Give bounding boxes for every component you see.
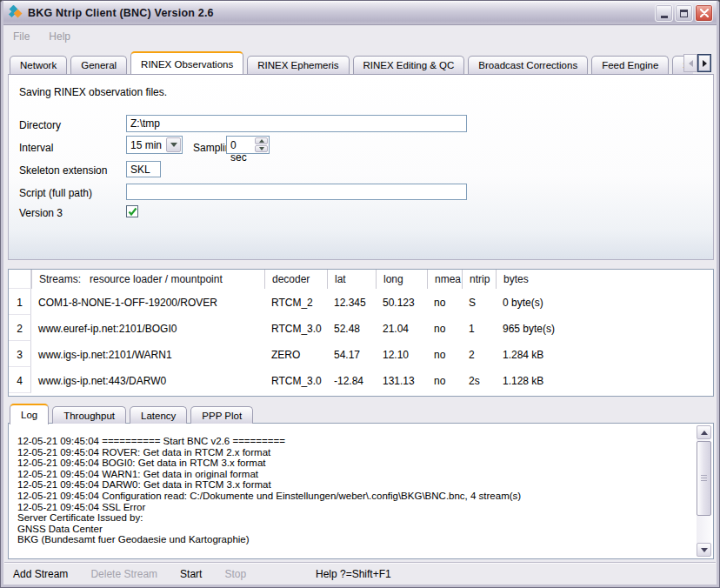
- table-row[interactable]: 1 COM1-8-NONE-1-OFF-19200/ROVER RTCM_2 1…: [9, 289, 713, 315]
- tab-feed-engine[interactable]: Feed Engine: [591, 56, 669, 74]
- menu-file[interactable]: File: [13, 30, 30, 43]
- minimize-button[interactable]: [655, 4, 673, 22]
- log-line: 12-05-21 09:45:04 BOGI0: Get data in RTC…: [17, 458, 692, 469]
- maximize-button[interactable]: [675, 4, 693, 22]
- cell-mountpoint: COM1-8-NONE-1-OFF-19200/ROVER: [31, 289, 264, 315]
- chevron-down-icon: [170, 143, 177, 147]
- tab-rinex-ephemeris[interactable]: RINEX Ephemeris: [247, 56, 349, 74]
- title-bar[interactable]: BKG Ntrip Client (BNC) Version 2.6: [2, 1, 718, 25]
- settings-tab-bar: Network General RINEX Observations RINEX…: [10, 50, 693, 74]
- cell-long: 131.13: [376, 367, 427, 393]
- cell-ntrip: S: [462, 289, 496, 315]
- interval-label: Interval: [19, 142, 53, 154]
- cell-long: 50.123: [376, 289, 427, 315]
- row-number: 2: [9, 315, 31, 341]
- skeleton-extension-label: Skeleton extension: [19, 164, 107, 177]
- help-shortcut-hint: Help ?=Shift+F1: [316, 568, 391, 580]
- row-number: 3: [9, 341, 31, 367]
- log-line: GNSS Data Center: [17, 524, 692, 535]
- menu-bar: File Help: [4, 27, 716, 46]
- tab-network[interactable]: Network: [10, 56, 67, 74]
- tab-ppp-plot[interactable]: PPP Plot: [190, 406, 253, 424]
- cell-ntrip: 2: [462, 341, 496, 367]
- tab-rinex-observations[interactable]: RINEX Observations: [130, 51, 243, 74]
- table-row[interactable]: 4 www.igs-ip.net:443/DARW0 RTCM_3.0 -12.…: [9, 367, 713, 393]
- cell-lat: -12.84: [327, 367, 376, 393]
- table-row[interactable]: 2 www.euref-ip.net:2101/BOGI0 RTCM_3.0 5…: [9, 315, 713, 341]
- log-line: BKG (Bundesamt fuer Geodaesie und Kartog…: [17, 534, 692, 545]
- header-mountpoint: Streams: resource loader / mountpoint: [31, 270, 264, 289]
- cell-nmea: no: [427, 289, 462, 315]
- header-bytes: bytes: [496, 270, 713, 289]
- maximize-icon: [680, 10, 688, 17]
- start-button[interactable]: Start: [180, 568, 202, 580]
- cell-bytes: 1.128 kB: [496, 367, 713, 393]
- cell-lat: 54.17: [327, 341, 376, 367]
- scrollbar-thumb[interactable]: [697, 441, 711, 516]
- arrow-up-icon: [259, 139, 264, 143]
- tab-scroll-left-button[interactable]: [683, 54, 697, 72]
- monitor-tab-bar: Log Throughput Latency PPP Plot: [10, 402, 253, 424]
- sampling-spinner[interactable]: 0 sec: [226, 136, 270, 154]
- arrow-down-icon: [701, 548, 708, 552]
- header-ntrip: ntrip: [462, 270, 496, 289]
- window-title: BKG Ntrip Client (BNC) Version 2.6: [28, 7, 214, 19]
- stop-button[interactable]: Stop: [224, 568, 246, 580]
- log-scrollbar[interactable]: [697, 425, 711, 557]
- cell-lat: 12.345: [327, 289, 376, 315]
- delete-stream-button[interactable]: Delete Stream: [90, 568, 157, 580]
- tab-rinex-editing-qc[interactable]: RINEX Editing & QC: [353, 56, 465, 74]
- add-stream-button[interactable]: Add Stream: [13, 568, 68, 580]
- interval-select[interactable]: 15 min: [126, 136, 183, 154]
- menu-help[interactable]: Help: [49, 30, 70, 43]
- sampling-up-button[interactable]: [255, 137, 268, 144]
- bnc-window: BKG Ntrip Client (BNC) Version 2.6 File …: [0, 0, 720, 588]
- cell-long: 12.10: [376, 341, 427, 367]
- log-line: 12-05-21 09:45:04 WARN1: Get data in ori…: [17, 469, 692, 480]
- script-path-input[interactable]: [126, 184, 467, 200]
- cell-nmea: no: [427, 341, 462, 367]
- arrow-left-icon: [689, 60, 693, 67]
- header-long: long: [376, 270, 427, 289]
- tab-broadcast-corrections[interactable]: Broadcast Corrections: [468, 56, 588, 74]
- close-button[interactable]: [695, 4, 713, 22]
- rinex-observations-panel: Saving RINEX observation files. Director…: [8, 74, 714, 260]
- app-icon: [8, 5, 23, 21]
- cell-decoder: RTCM_3.0: [264, 315, 327, 341]
- version3-checkbox[interactable]: [126, 205, 138, 217]
- scroll-down-button[interactable]: [697, 543, 711, 557]
- header-decoder: decoder: [264, 270, 327, 289]
- interval-dropdown-button[interactable]: [166, 137, 181, 152]
- tab-general[interactable]: General: [70, 56, 127, 74]
- tab-latency[interactable]: Latency: [130, 406, 187, 424]
- cell-bytes: 0 byte(s): [496, 289, 713, 315]
- log-line: 12-05-21 09:45:04 ========== Start BNC v…: [17, 436, 692, 447]
- cell-lat: 52.48: [327, 315, 376, 341]
- row-number-header: [9, 270, 31, 289]
- sampling-value: 0 sec: [227, 137, 254, 153]
- tab-log[interactable]: Log: [10, 404, 49, 424]
- tab-scroll-right-button[interactable]: [697, 54, 711, 72]
- table-row[interactable]: 3 www.igs-ip.net:2101/WARN1 ZERO 54.17 1…: [9, 341, 713, 367]
- minimize-icon: [661, 16, 668, 18]
- header-nmea: nmea: [427, 270, 462, 289]
- log-line: 12-05-21 09:45:04 DARW0: Get data in RTC…: [17, 479, 692, 491]
- log-line: 12-05-21 09:45:04 ROVER: Get data in RTC…: [17, 447, 692, 458]
- cell-mountpoint: www.igs-ip.net:2101/WARN1: [31, 341, 264, 367]
- cell-decoder: RTCM_3.0: [264, 367, 327, 393]
- scroll-up-button[interactable]: [697, 425, 711, 439]
- directory-input[interactable]: [126, 115, 467, 132]
- streams-header-row: Streams: resource loader / mountpoint de…: [9, 270, 713, 289]
- action-bar: Add Stream Delete Stream Start Stop Help…: [4, 562, 716, 585]
- interval-value: 15 min: [127, 137, 165, 153]
- cell-decoder: RTCM_2: [264, 289, 327, 315]
- skeleton-extension-input[interactable]: [126, 161, 161, 177]
- tab-throughput[interactable]: Throughput: [52, 406, 126, 424]
- cell-nmea: no: [427, 315, 462, 341]
- row-number: 4: [9, 367, 31, 393]
- sampling-down-button[interactable]: [255, 145, 268, 152]
- log-text: 12-05-21 09:45:04 ========== Start BNC v…: [17, 436, 692, 557]
- arrow-down-icon: [259, 147, 264, 150]
- cell-long: 21.04: [376, 315, 427, 341]
- cell-ntrip: 2s: [462, 367, 496, 393]
